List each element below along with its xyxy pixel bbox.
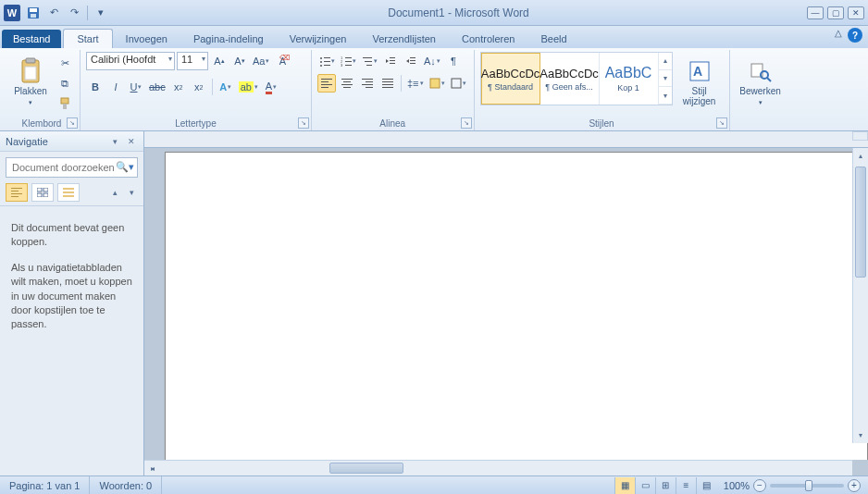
align-right-icon[interactable]: [358, 74, 377, 93]
tab-invoegen[interactable]: Invoegen: [113, 30, 180, 48]
gallery-down-icon[interactable]: ▾: [659, 70, 672, 88]
styles-dialog-launcher[interactable]: ↘: [716, 117, 727, 129]
style-standaard[interactable]: AaBbCcDc ¶ Standaard: [481, 53, 540, 105]
document-page[interactable]: [165, 152, 868, 460]
bullets-icon[interactable]: [317, 52, 337, 70]
underline-button[interactable]: U: [127, 78, 145, 96]
gallery-more-icon[interactable]: ▾: [659, 87, 672, 105]
style-geen-afstand[interactable]: AaBbCcDc ¶ Geen afs...: [540, 53, 600, 105]
text-effects-icon[interactable]: A: [217, 78, 235, 96]
qat-customize-icon[interactable]: ▾: [92, 4, 110, 22]
tab-beeld[interactable]: Beeld: [527, 30, 579, 48]
zoom-level[interactable]: 100%: [724, 480, 750, 491]
vertical-scroll-thumb[interactable]: [855, 167, 866, 278]
bold-button[interactable]: B: [86, 78, 105, 96]
numbering-icon[interactable]: 123: [339, 52, 358, 70]
print-layout-view-icon[interactable]: ▦: [614, 477, 635, 494]
font-dialog-launcher[interactable]: ↘: [298, 117, 309, 129]
window-title: Document1 - Microsoft Word: [110, 6, 807, 19]
font-group-label: Lettertype: [86, 117, 305, 130]
line-spacing-icon[interactable]: ‡≡: [405, 74, 426, 93]
font-color-icon[interactable]: A: [262, 78, 280, 96]
draft-view-icon[interactable]: ▤: [696, 477, 716, 494]
zoom-slider[interactable]: [770, 484, 844, 488]
shrink-font-icon[interactable]: A▾: [230, 52, 249, 70]
search-icon[interactable]: 🔍▾: [116, 161, 134, 173]
file-tab[interactable]: Bestand: [2, 30, 61, 48]
maximize-button[interactable]: ▢: [827, 6, 844, 19]
decrease-indent-icon[interactable]: [381, 52, 400, 70]
nav-tab-results[interactable]: [57, 183, 80, 202]
clipboard-dialog-launcher[interactable]: ↘: [67, 117, 78, 129]
copy-icon[interactable]: ⧉: [56, 74, 74, 93]
nav-prev-icon[interactable]: ▴: [108, 186, 121, 199]
tab-start[interactable]: Start: [63, 29, 112, 48]
close-button[interactable]: ✕: [848, 6, 864, 19]
undo-icon[interactable]: ↶: [44, 4, 63, 22]
show-marks-icon[interactable]: ¶: [444, 52, 463, 70]
nav-next-icon[interactable]: ▾: [125, 186, 138, 199]
clear-formatting-icon[interactable]: A⌫: [273, 52, 291, 70]
editing-button[interactable]: Bewerken▾: [736, 52, 786, 113]
tab-verzendlijsten[interactable]: Verzendlijsten: [359, 30, 449, 48]
svg-rect-2: [31, 14, 36, 18]
zoom-in-button[interactable]: +: [848, 479, 861, 492]
format-painter-icon[interactable]: [56, 94, 74, 113]
horizontal-ruler[interactable]: [144, 131, 868, 148]
svg-rect-26: [410, 57, 415, 58]
minimize-button[interactable]: —: [807, 6, 824, 19]
outline-view-icon[interactable]: ≡: [676, 477, 696, 494]
scroll-right-icon[interactable]: ▸: [144, 461, 160, 476]
svg-rect-35: [341, 84, 353, 85]
multilevel-list-icon[interactable]: [360, 52, 379, 70]
font-size-combo[interactable]: 11: [177, 52, 208, 70]
minimize-ribbon-icon[interactable]: △: [835, 28, 842, 43]
style-kop-1[interactable]: AaBbC Kop 1: [600, 53, 659, 105]
zoom-out-button[interactable]: −: [753, 479, 766, 492]
editing-label: Bewerken: [739, 86, 780, 96]
increase-indent-icon[interactable]: [402, 52, 420, 70]
svg-rect-13: [324, 65, 330, 66]
nav-menu-icon[interactable]: ▾: [108, 135, 121, 148]
tab-verwijzingen[interactable]: Verwijzingen: [277, 30, 360, 48]
status-words[interactable]: Woorden: 0: [90, 476, 162, 494]
change-case-icon[interactable]: Aa: [251, 52, 271, 70]
scroll-down-icon[interactable]: ▾: [853, 427, 868, 443]
zoom-slider-thumb[interactable]: [805, 480, 812, 491]
tab-controleren[interactable]: Controleren: [449, 30, 527, 48]
split-handle[interactable]: [852, 131, 868, 141]
subscript-button[interactable]: x2: [169, 78, 188, 96]
nav-close-icon[interactable]: ✕: [125, 135, 138, 148]
nav-tab-pages[interactable]: [31, 183, 54, 202]
paste-button[interactable]: Plakken▾: [9, 52, 52, 113]
paragraph-dialog-launcher[interactable]: ↘: [461, 117, 472, 129]
shading-icon[interactable]: [428, 74, 447, 93]
change-styles-button[interactable]: A Stijl wijzigen: [676, 52, 723, 113]
italic-button[interactable]: I: [106, 78, 125, 96]
font-name-combo[interactable]: Calibri (Hoofdt: [86, 52, 175, 70]
strikethrough-button[interactable]: abc: [147, 78, 167, 96]
fullscreen-reading-view-icon[interactable]: ▭: [635, 477, 655, 494]
sort-icon[interactable]: A↓: [422, 52, 442, 70]
document-viewport[interactable]: ▴ ▾: [144, 148, 868, 460]
superscript-button[interactable]: x2: [190, 78, 208, 96]
redo-icon[interactable]: ↷: [65, 4, 83, 22]
scroll-up-icon[interactable]: ▴: [853, 148, 868, 164]
status-page[interactable]: Pagina: 1 van 1: [0, 476, 90, 494]
help-icon[interactable]: ?: [848, 28, 862, 43]
save-icon[interactable]: [24, 4, 43, 22]
highlight-icon[interactable]: ab: [237, 78, 260, 96]
nav-tab-headings[interactable]: [6, 183, 28, 202]
title-bar: W ↶ ↷ ▾ Document1 - Microsoft Word — ▢ ✕: [0, 0, 868, 26]
gallery-up-icon[interactable]: ▴: [659, 53, 672, 70]
horizontal-scroll-thumb[interactable]: [329, 463, 403, 474]
svg-rect-30: [321, 81, 329, 82]
tab-pagina-indeling[interactable]: Pagina-indeling: [180, 30, 277, 48]
borders-icon[interactable]: [449, 74, 468, 93]
web-layout-view-icon[interactable]: ⊞: [655, 477, 676, 494]
justify-icon[interactable]: [378, 74, 397, 93]
cut-icon[interactable]: ✂: [56, 54, 74, 72]
grow-font-icon[interactable]: A▴: [210, 52, 229, 70]
align-center-icon[interactable]: [338, 74, 356, 93]
align-left-icon[interactable]: [317, 74, 336, 93]
